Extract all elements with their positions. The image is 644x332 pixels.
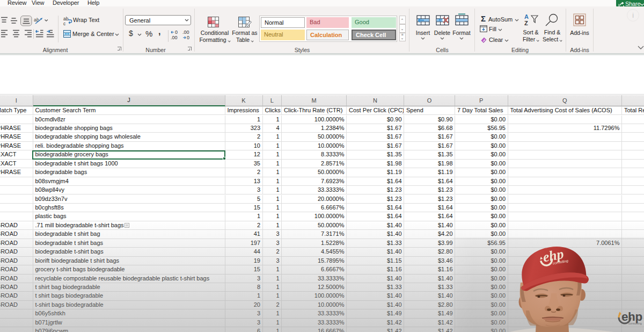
svg-text:consulting: consulting (628, 322, 642, 325)
svg-text:A: A (524, 13, 529, 20)
svg-text:.00: .00 (171, 35, 178, 40)
svg-text:c: c (63, 21, 66, 26)
svg-text:Z: Z (524, 20, 528, 26)
svg-text:.00: .00 (182, 30, 189, 35)
svg-text:0: 0 (187, 35, 189, 40)
svg-text:0: 0 (175, 30, 178, 35)
